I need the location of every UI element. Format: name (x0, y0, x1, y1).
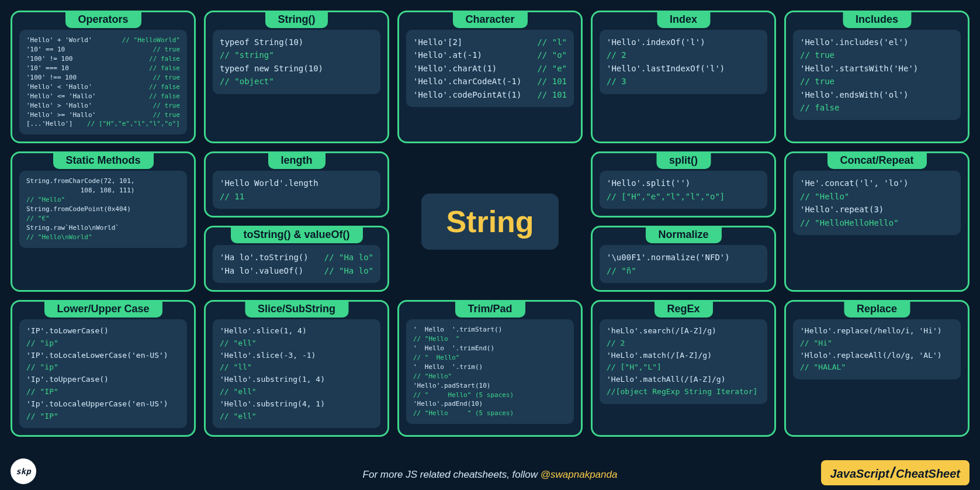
code-line: // "HALAL" (800, 361, 954, 374)
code-line: 'Hello World'.length (220, 177, 373, 189)
code-line: 'IP'.toLowerCase() (26, 325, 180, 337)
code-line: '10' === 10// false (26, 64, 180, 73)
code-line: 'HeLlo'.matchAll(/[A-Z]/g) (607, 374, 760, 386)
code-line: 'Hello'.padEnd(10) (413, 399, 567, 409)
code-line: // "ip" (26, 361, 180, 374)
card-operators: Operators 'Hello' + 'World'// "HelloWorl… (11, 11, 196, 143)
card-title: Operators (65, 11, 141, 28)
brand-badge: JavaScript/CheatSheet (821, 460, 969, 485)
code-box: 'Hello'.split('')// ["H","e","l","l","o"… (600, 171, 767, 209)
code-line: 'Hello'[2]// "l" (413, 36, 567, 49)
code-box: 'Hello'.slice(1, 4)// "ell"'Hello'.slice… (213, 319, 380, 428)
code-box: 'Hello'.replace(/hello/i, 'Hi')// "Hi"'H… (793, 319, 961, 379)
card-case: Lower/Upper Case 'IP'.toLowerCase()// "i… (11, 300, 196, 437)
card-tostring: toString() & valueOf() 'Ha lo'.toString(… (204, 226, 389, 292)
brand-left: JavaScript (830, 467, 889, 480)
code-box: 'Ha lo'.toString()// "Ha lo"'Ha lo'.valu… (213, 245, 380, 283)
footer-label: For more JS related cheatsheets, follow (363, 469, 541, 480)
col2-row2-stack: length 'Hello World'.length// 11 toStrin… (204, 151, 389, 292)
code-line: 'Hello' > 'Hallo'// true (26, 101, 180, 111)
code-box: 'Hello'.indexOf('l')// 2'Hello'.lastInde… (600, 30, 767, 94)
code-line: // false (800, 101, 954, 114)
code-line: 'Hello' < 'Hallo'// false (26, 82, 180, 92)
code-line: typeof new String(10) (220, 62, 373, 75)
code-line: // "Hello " (413, 334, 567, 344)
code-line: '100' != 100// false (26, 54, 180, 64)
card-title: Slice/SubString (245, 301, 348, 318)
code-line: // "Hello" (800, 190, 954, 203)
code-line: 'He'.concat('l', 'lo') (800, 177, 954, 189)
card-title: RegEx (654, 301, 712, 318)
code-line: // "Hello" (26, 195, 180, 205)
code-box: 'Hello World'.length// 11 (213, 171, 380, 209)
code-line: 'Hello'.split('') (607, 177, 760, 189)
code-line: 'Hello'.substring(4, 1) (220, 398, 373, 410)
code-line: // ["H","L"] (607, 361, 760, 374)
code-box: 'IP'.toLowerCase()// "ip"'IP'.toLocaleLo… (19, 319, 187, 428)
code-line: '100' !== 100// true (26, 73, 180, 82)
code-line: 'Ha lo'.valueOf()// "Ha lo" (220, 264, 373, 277)
code-line: // "Є" (26, 214, 180, 223)
code-line: //[object RegExp String Iterator] (607, 386, 760, 398)
card-replace: Replace 'Hello'.replace(/hello/i, 'Hi')/… (784, 300, 969, 437)
card-static-methods: Static Methods String.fromCharCode(72, 1… (11, 151, 196, 292)
card-title: Includes (843, 11, 911, 28)
code-box: String.fromCharCode(72, 101, 108, 108, 1… (19, 171, 187, 248)
code-line: 'Hello' >= 'Hallo'// true (26, 111, 180, 120)
code-line: // "Hello " (5 spaces) (413, 409, 567, 418)
code-line: 'Hello' <= 'Hallo'// false (26, 92, 180, 101)
card-slice: Slice/SubString 'Hello'.slice(1, 4)// "e… (204, 300, 389, 437)
code-line: 'Hello'.includes('el') (800, 36, 954, 49)
code-line: // "Hello" (413, 372, 567, 381)
code-line: typeof String(10) (220, 36, 373, 49)
brand-slash: / (891, 464, 895, 481)
code-line: // "HelloHelloHello" (800, 216, 954, 229)
card-title: toString() & valueOf() (231, 226, 363, 243)
code-line: [...'Hello']// ["H","e","l","l","o"] (26, 119, 180, 129)
brand-right: CheatSheet (896, 467, 960, 480)
code-line: 'Ip'.toUpperCase() (26, 374, 180, 386)
code-line: // "ell" (220, 386, 373, 398)
footer-handle: @swapnakpanda (541, 469, 618, 480)
card-title: Character (452, 11, 527, 28)
code-line: // "IP" (26, 386, 180, 398)
code-line: // "ip" (26, 337, 180, 350)
card-regex: RegEx 'heLlo'.search(/[A-Z]/g)// 2'HeLlo… (591, 300, 776, 437)
card-split: split() 'Hello'.split('')// ["H","e","l"… (591, 151, 776, 218)
card-concat: Concat/Repeat 'He'.concat('l', 'lo')// "… (784, 151, 969, 292)
code-line: 'Hello'.padStart(10) (413, 381, 567, 391)
code-box: 'Hello' + 'World'// "HelloWorld"'10' == … (19, 30, 187, 134)
card-includes: Includes 'Hello'.includes('el')// true'H… (784, 11, 969, 143)
code-line: 'Hello'.slice(1, 4) (220, 325, 373, 337)
code-line: ' Hello '.trimStart() (413, 325, 567, 334)
footer-text: For more JS related cheatsheets, follow … (363, 469, 618, 481)
code-line: 'Hello'.substring(1, 4) (220, 374, 373, 386)
card-title: Replace (844, 301, 910, 318)
code-line: // true (800, 49, 954, 61)
code-line: // ["H","e","l","l","o"] (607, 190, 760, 203)
code-line: // true (800, 75, 954, 88)
code-line: ' Hello '.trimEnd() (413, 344, 567, 353)
code-line: 'heLlo'.search(/[A-Z]/g) (607, 325, 760, 337)
code-line: // "ll" (220, 361, 373, 374)
code-line: 'Hello'.indexOf('l') (607, 36, 760, 49)
code-line: 'Ha lo'.toString()// "Ha lo" (220, 251, 373, 264)
code-line: // "Hi" (800, 337, 954, 350)
code-box: 'Hello'.includes('el')// true'Hello'.sta… (793, 30, 961, 120)
code-line: // 2 (607, 337, 760, 350)
card-character: Character 'Hello'[2]// "l"'Hello'.at(-1)… (397, 11, 583, 143)
card-length: length 'Hello World'.length// 11 (204, 151, 389, 218)
code-line: 'Hello'.replace(/hello/i, 'Hi') (800, 325, 954, 337)
code-line: 'Hello'.endsWith('ol') (800, 88, 954, 101)
card-title: String() (265, 11, 328, 28)
code-line: '\u00F1'.normalize('NFD') (607, 251, 760, 264)
code-line: 'Hello'.slice(-3, -1) (220, 350, 373, 362)
code-line: 'Hello' + 'World'// "HelloWorld" (26, 36, 180, 45)
code-line: // " Hello" (413, 353, 567, 363)
code-line: 'IP'.toLocaleLowerCase('en-US') (26, 350, 180, 362)
card-normalize: Normalize '\u00F1'.normalize('NFD')// "ñ… (591, 226, 776, 292)
code-line: // "ell" (220, 410, 373, 423)
code-line: // 11 (220, 190, 373, 203)
code-line: 'Hello'.startsWith('He') (800, 62, 954, 75)
code-line: 'Hello'.charCodeAt(-1)// 101 (413, 75, 567, 88)
